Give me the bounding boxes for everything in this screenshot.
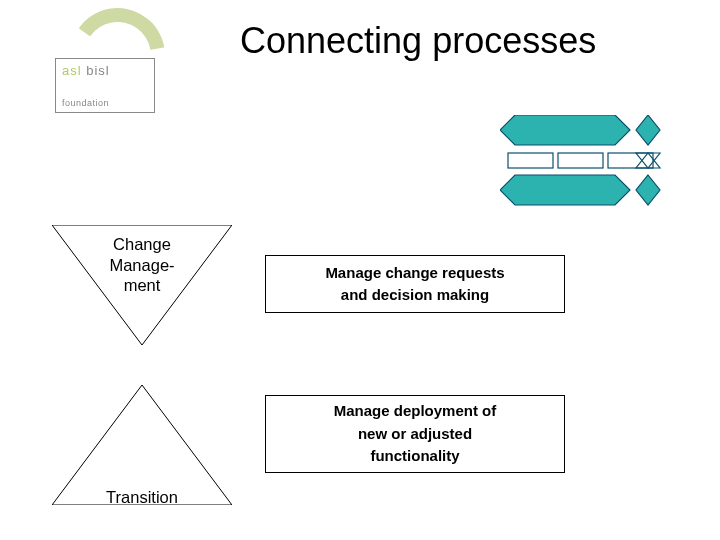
- transition-triangle: [52, 385, 232, 505]
- hex-bottom-icon: [500, 175, 630, 205]
- logo-asl: asl: [62, 63, 82, 78]
- triangle-up-icon: [52, 385, 232, 505]
- box2-line2: new or adjusted: [358, 425, 472, 442]
- tri-down-small-icon: [636, 153, 660, 168]
- rect-1-icon: [508, 153, 553, 168]
- diamond-bottom-icon: [636, 175, 660, 205]
- logo-box: asl bisl foundation: [55, 58, 155, 113]
- change-mgmt-line2: Manage-: [109, 256, 174, 274]
- page-title: Connecting processes: [240, 20, 596, 62]
- change-mgmt-line1: Change: [113, 235, 171, 253]
- logo-main-text: asl bisl: [62, 63, 148, 78]
- box2-line3: functionality: [370, 447, 459, 464]
- mini-diagram: [500, 115, 690, 215]
- box1-line2: and decision making: [341, 286, 489, 303]
- box-deployment: Manage deployment of new or adjusted fun…: [265, 395, 565, 473]
- box1-line1: Manage change requests: [325, 264, 504, 281]
- mini-diagram-svg: [500, 115, 690, 215]
- change-mgmt-label: Change Manage- ment: [52, 234, 232, 296]
- logo: asl bisl foundation: [55, 18, 155, 113]
- svg-marker-1: [52, 385, 232, 505]
- box-change-requests: Manage change requests and decision maki…: [265, 255, 565, 313]
- change-mgmt-line3: ment: [124, 276, 161, 294]
- tri-up-small-icon: [636, 153, 660, 168]
- diamond-top-icon: [636, 115, 660, 145]
- logo-subtext: foundation: [62, 98, 148, 108]
- box2-line1: Manage deployment of: [334, 402, 497, 419]
- rect-2-icon: [558, 153, 603, 168]
- logo-bisl: bisl: [82, 63, 110, 78]
- transition-label: Transition: [52, 488, 232, 507]
- hex-top-icon: [500, 115, 630, 145]
